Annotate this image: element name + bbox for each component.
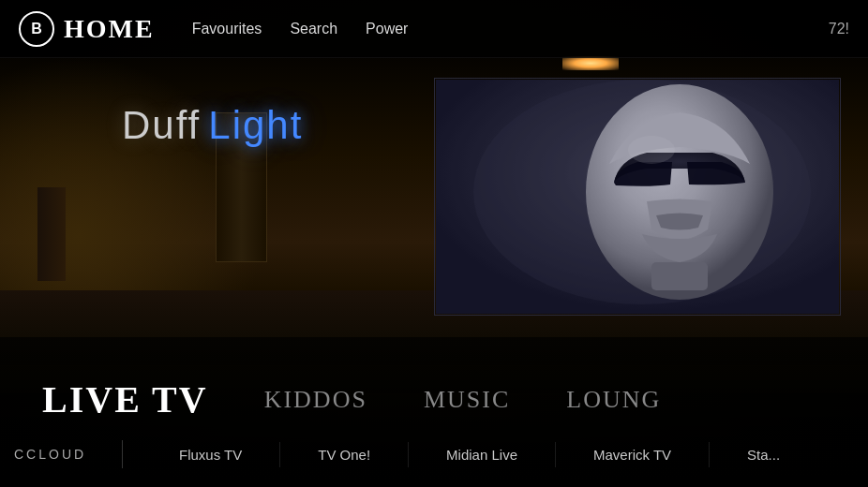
categories-row: Live TV Kiddos Music Loung xyxy=(0,377,868,421)
category-lounge[interactable]: Loung xyxy=(538,386,689,414)
header: B Home Favourites Search Power 72! xyxy=(0,0,868,58)
channel-maverick[interactable]: Maverick TV xyxy=(556,442,710,467)
logo-icon: B xyxy=(19,11,54,47)
header-nav: Favourites Search Power xyxy=(192,21,829,37)
page-title: Home xyxy=(64,14,155,44)
nav-power[interactable]: Power xyxy=(366,21,408,37)
category-live-tv[interactable]: Live TV xyxy=(14,377,236,421)
duff-light-container: Duff Light xyxy=(122,103,303,148)
channel-divider xyxy=(122,440,123,468)
channel-midian[interactable]: Midian Live xyxy=(409,442,556,467)
light-text: Light xyxy=(208,103,303,148)
nav-search[interactable]: Search xyxy=(290,21,337,37)
screen-frame xyxy=(434,78,841,316)
channel-tvone[interactable]: TV One! xyxy=(280,442,409,467)
left-speaker xyxy=(37,187,66,281)
channel-list: Fluxus TV TV One! Midian Live Maverick T… xyxy=(142,442,868,467)
nav-favourites[interactable]: Favourites xyxy=(192,21,262,37)
ceiling-light xyxy=(562,56,619,70)
channel-sta[interactable]: Sta... xyxy=(710,442,817,467)
header-info: 72! xyxy=(829,21,849,37)
channel-fluxus[interactable]: Fluxus TV xyxy=(142,442,280,467)
category-music[interactable]: Music xyxy=(396,386,538,414)
category-kiddos[interactable]: Kiddos xyxy=(236,386,396,414)
channel-source-label: ccloud xyxy=(0,447,122,462)
duff-text: Duff xyxy=(122,103,201,148)
channels-row: ccloud Fluxus TV TV One! Midian Live Mav… xyxy=(0,440,868,468)
